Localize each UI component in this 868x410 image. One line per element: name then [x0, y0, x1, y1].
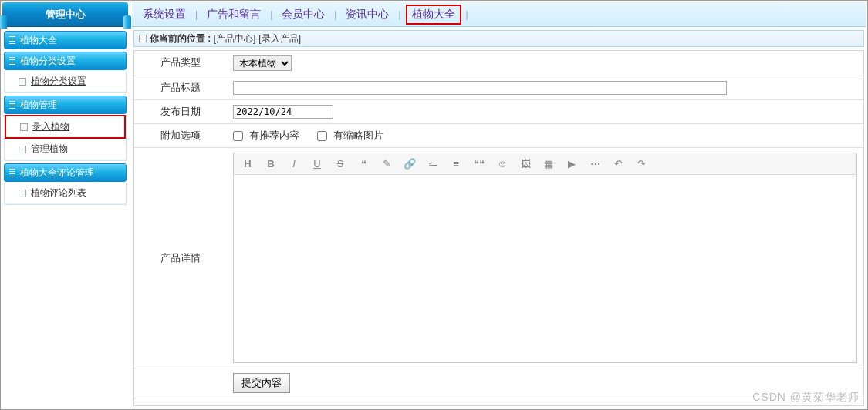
tab-plants[interactable]: 植物大全: [406, 5, 461, 25]
grip-icon: [9, 57, 15, 65]
sidebar-section-category[interactable]: 植物分类设置: [4, 52, 127, 70]
editor-link-icon[interactable]: 🔗: [404, 158, 416, 170]
label-date: 发布日期: [134, 100, 227, 124]
sidebar-section-plants[interactable]: 植物大全: [4, 31, 127, 49]
breadcrumb-prefix: 你当前的位置 :: [150, 32, 211, 45]
doc-icon: [19, 190, 26, 197]
submit-button[interactable]: 提交内容: [233, 373, 290, 393]
editor-quote-icon[interactable]: ❝: [357, 158, 370, 170]
label-type: 产品类型: [134, 51, 227, 76]
tab-ads[interactable]: 广告和留言: [202, 6, 265, 23]
form-content: 产品类型 木本植物 产品标题 发布日期 附加选项: [133, 50, 864, 406]
nav-separator: |: [270, 9, 272, 20]
editor-undo-icon[interactable]: ↶: [612, 158, 624, 170]
editor-emoji-icon[interactable]: ☺: [496, 158, 508, 170]
breadcrumb: 你当前的位置 : [产品中心]-[录入产品]: [133, 30, 864, 47]
editor-bold-icon[interactable]: B: [265, 158, 277, 170]
editor-strike-icon[interactable]: S: [334, 158, 346, 170]
label-thumbnail: 有缩略图片: [333, 129, 383, 141]
sidebar-item-add-plant[interactable]: 录入植物: [5, 115, 126, 139]
select-product-type[interactable]: 木本植物: [233, 55, 292, 71]
tab-news[interactable]: 资讯中心: [341, 6, 393, 23]
label-detail: 产品详情: [134, 148, 227, 368]
input-title[interactable]: [233, 81, 727, 95]
sidebar-section-comments[interactable]: 植物大全评论管理: [4, 163, 127, 182]
label-recommend: 有推荐内容: [249, 129, 299, 141]
sidebar-header: 管理中心: [2, 2, 128, 27]
tab-system[interactable]: 系统设置: [138, 6, 191, 23]
breadcrumb-path: [产品中心]-[录入产品]: [214, 32, 301, 45]
tab-members[interactable]: 会员中心: [277, 6, 329, 23]
editor-brush-icon[interactable]: ✎: [380, 158, 393, 170]
nav-separator: |: [466, 9, 468, 20]
doc-icon: [19, 146, 26, 153]
sidebar: 管理中心 植物大全 植物分类设置 植物分类设置 植物管理 录入植物: [1, 1, 130, 409]
input-date[interactable]: [233, 105, 333, 119]
label-title: 产品标题: [134, 76, 227, 100]
nav-separator: |: [398, 9, 400, 20]
sidebar-item-comment-list[interactable]: 植物评论列表: [5, 183, 126, 204]
nav-separator: |: [195, 9, 198, 20]
grip-icon: [9, 101, 15, 109]
editor-italic-icon[interactable]: I: [288, 158, 300, 170]
sidebar-title: 管理中心: [46, 8, 86, 22]
editor-list-icon[interactable]: ≔: [427, 158, 439, 170]
top-nav: 系统设置 | 广告和留言 | 会员中心 | 资讯中心 | 植物大全 |: [132, 2, 866, 27]
editor-image-icon[interactable]: 🖼: [519, 158, 532, 170]
doc-icon: [19, 78, 26, 86]
editor-textarea[interactable]: [234, 175, 856, 360]
label-options: 附加选项: [134, 124, 227, 148]
checkbox-thumbnail[interactable]: [317, 131, 327, 141]
doc-icon: [20, 123, 28, 131]
grip-icon: [9, 169, 15, 176]
rich-text-editor: H B I U S ❝ ✎ 🔗 ≔ ≡ ❝❝: [233, 153, 857, 363]
grip-icon: [9, 36, 15, 44]
watermark: CSDN @黄菊华老师: [752, 391, 860, 405]
editor-blockquote-icon[interactable]: ❝❝: [473, 158, 485, 170]
editor-redo-icon[interactable]: ↷: [635, 158, 647, 170]
main-panel: 系统设置 | 广告和留言 | 会员中心 | 资讯中心 | 植物大全 | 你当前的…: [130, 1, 867, 409]
editor-video-icon[interactable]: ▶: [566, 158, 578, 170]
nav-separator: |: [334, 9, 336, 20]
editor-heading-icon[interactable]: H: [241, 158, 254, 170]
editor-table-icon[interactable]: ▦: [542, 158, 555, 170]
doc-icon: [139, 35, 147, 42]
checkbox-recommend[interactable]: [233, 131, 243, 141]
sidebar-item-manage-plant[interactable]: 管理植物: [5, 139, 126, 160]
editor-more-icon[interactable]: ⋯: [589, 158, 601, 170]
editor-align-icon[interactable]: ≡: [450, 158, 462, 170]
editor-underline-icon[interactable]: U: [311, 158, 323, 170]
sidebar-section-manage[interactable]: 植物管理: [4, 96, 127, 114]
editor-toolbar: H B I U S ❝ ✎ 🔗 ≔ ≡ ❝❝: [234, 153, 856, 175]
sidebar-item-category-settings[interactable]: 植物分类设置: [5, 71, 126, 92]
